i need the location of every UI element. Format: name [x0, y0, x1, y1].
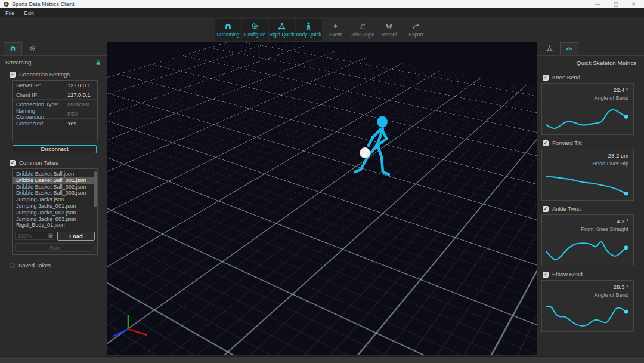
menu-file[interactable]: File: [5, 10, 14, 16]
connection-row: Server IP:127.0.0.1: [13, 81, 97, 90]
take-list-item[interactable]: Jumping Jacks_003.json: [13, 216, 97, 223]
tab-settings[interactable]: [23, 42, 42, 55]
load-row: Load: [15, 232, 95, 241]
metric-card: 28.2 cm Head Over Hip: [541, 149, 634, 201]
close-button[interactable]: ✕: [631, 1, 636, 7]
metric-sublabel: Head Over Hip: [547, 161, 628, 167]
connection-settings-label: Connection Settings: [19, 71, 70, 78]
toolbar-button-export[interactable]: Export: [403, 19, 429, 41]
checkbox-checked-icon[interactable]: ✓: [10, 72, 16, 78]
take-list-item[interactable]: Dribble Basket Ball_003.json: [13, 190, 97, 196]
connection-row-value[interactable]: Yes: [63, 121, 76, 127]
connection-row-label: Server IP:: [13, 82, 63, 88]
toolbar-button-label: Joint Angle: [350, 32, 374, 38]
checkbox-checked-icon[interactable]: ✓: [543, 206, 549, 212]
metric-toggle[interactable]: ✓ Ankle Twist: [537, 203, 644, 214]
metric-card: 28.3 ° Angle of Bend: [541, 280, 634, 332]
tab-streaming[interactable]: [4, 42, 22, 55]
common-takes-toggle[interactable]: ✓ Common Takes: [0, 157, 107, 168]
saved-takes-toggle[interactable]: Saved Takes: [0, 260, 107, 270]
metric-label: Knee Bend: [552, 74, 580, 81]
connection-row-label: Connection Type:: [13, 101, 63, 107]
status-bar: [0, 356, 644, 363]
disconnect-button[interactable]: Disconnect: [13, 145, 97, 153]
load-button[interactable]: Load: [57, 232, 95, 241]
menu-edit[interactable]: Edit: [24, 10, 33, 16]
gauge-icon: [565, 45, 573, 53]
toolbar-button-label: Record: [381, 32, 397, 38]
window-title: Sports Data Metrics Client: [12, 1, 75, 7]
skeleton-figure: [349, 115, 398, 182]
ground-grid: [107, 42, 537, 316]
saved-takes-label: Saved Takes: [18, 262, 51, 269]
joint-angle-icon: [358, 22, 367, 30]
metric-toggle[interactable]: ✓ Knee Bend: [537, 72, 644, 82]
main-area: Streaming ✓ Connection Settings Server I…: [0, 42, 644, 356]
section-title: Streaming: [5, 59, 31, 66]
run-button[interactable]: Run: [15, 243, 95, 252]
take-list-item[interactable]: Jumping Jacks.json: [13, 196, 97, 203]
toolbar-button-body-quick[interactable]: Body Quick: [296, 19, 322, 41]
toolbar-button-rigid-quick[interactable]: Rigid Quick: [269, 19, 295, 41]
metric-toggle[interactable]: ✓ Forward Tilt: [537, 137, 644, 148]
common-takes-panel: Dribble Basket Ball.jsonDribble Basket B…: [12, 168, 98, 255]
axis-gizmo-icon: [112, 312, 155, 349]
connection-row: Client IP:127.0.0.1: [13, 90, 97, 100]
checkbox-checked-icon[interactable]: ✓: [543, 140, 549, 146]
rigid-body-icon: [546, 45, 553, 53]
spinner-icon[interactable]: [48, 233, 53, 238]
metric-block-ankle-twist: ✓ Ankle Twist 4.3 ° From Knee Straight: [537, 203, 644, 266]
streaming-icon: [224, 22, 233, 30]
connection-settings-panel: Server IP:127.0.0.1Client IP:127.0.0.1Co…: [12, 80, 98, 141]
take-list-item[interactable]: Dribble Basket Ball.json: [13, 171, 97, 177]
toolbar-button-event[interactable]: Event: [323, 19, 349, 41]
tab-rigid-metrics[interactable]: [540, 42, 559, 55]
metric-toggle[interactable]: ✓ Elbow Bend: [537, 269, 644, 279]
toolbar-button-configure[interactable]: Configure: [242, 19, 268, 41]
toolbar: StreamingConfigureRigid QuickBody QuickE…: [0, 17, 644, 42]
take-list-item[interactable]: Dribble Basket Ball_001.json: [13, 177, 97, 184]
connection-row-value[interactable]: 127.0.0.1: [63, 92, 91, 98]
checkbox-unchecked-icon[interactable]: [10, 263, 15, 268]
toolbar-button-label: Body Quick: [296, 32, 321, 38]
lock-icon: [95, 60, 101, 66]
take-list-item[interactable]: Jumping Jacks_002.json: [13, 210, 97, 216]
connection-row-value[interactable]: 127.0.0.1: [63, 82, 91, 88]
metric-sparkline: [543, 104, 632, 133]
minimize-button[interactable]: —: [595, 1, 600, 7]
connection-settings-toggle[interactable]: ✓ Connection Settings: [0, 69, 107, 79]
toolbar-button-joint-angle[interactable]: Joint Angle: [349, 19, 376, 41]
metric-sparkline: [543, 236, 632, 264]
tab-skeleton-metrics[interactable]: [560, 42, 578, 55]
streaming-section-header: Streaming: [0, 56, 107, 69]
metric-label: Forward Tilt: [552, 140, 582, 146]
right-panel: Quick Skeleton Metrics ✓ Knee Bend 22.4 …: [537, 42, 644, 356]
scrollbar-thumb[interactable]: [94, 171, 97, 207]
common-takes-label: Common Takes: [19, 159, 58, 166]
metric-block-knee-bend: ✓ Knee Bend 22.4 ° Angle of Bend: [537, 72, 644, 135]
viewport-3d[interactable]: [107, 42, 537, 355]
left-panel-tabs: [0, 42, 107, 56]
take-list-item[interactable]: Dribble Basket Ball_002.json: [13, 184, 97, 190]
checkbox-checked-icon[interactable]: ✓: [543, 272, 549, 278]
metric-card: 4.3 ° From Knee Straight: [541, 214, 634, 266]
connection-row: Naming Convention:FBX: [13, 109, 97, 119]
takes-list: Dribble Basket Ball.jsonDribble Basket B…: [13, 169, 97, 230]
record-icon: [385, 22, 394, 30]
metric-value: 28.3 °: [547, 284, 628, 290]
toolbar-button-streaming[interactable]: Streaming: [215, 19, 242, 41]
window-controls: — ▢ ✕: [595, 1, 640, 7]
metric-sublabel: Angle of Bend: [547, 292, 628, 298]
maximize-button[interactable]: ▢: [614, 1, 618, 7]
checkbox-checked-icon[interactable]: ✓: [543, 75, 549, 81]
toolbar-button-record[interactable]: Record: [376, 19, 402, 41]
connection-row-value: FBX: [63, 111, 78, 117]
connection-row-label: Client IP:: [13, 92, 63, 98]
right-panel-tabs: [537, 42, 644, 56]
metric-value: 28.2 cm: [547, 152, 628, 159]
connection-panel-filler: [13, 128, 97, 141]
take-list-item[interactable]: Rigid_Body_01.json: [13, 222, 97, 229]
take-list-item[interactable]: Jumping Jacks_001.json: [13, 203, 97, 210]
gear-icon: [250, 22, 259, 30]
checkbox-checked-icon[interactable]: ✓: [10, 160, 16, 166]
